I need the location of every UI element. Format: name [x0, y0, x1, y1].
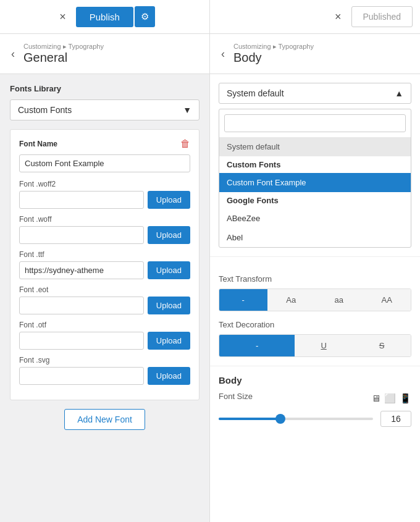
transform-none-button[interactable]: - — [219, 289, 267, 311]
transform-capitalize-button[interactable]: Aa — [267, 289, 316, 311]
top-bar-right: × Published — [210, 0, 420, 33]
breadcrumb-path-left: Customizing ▸ Typography — [23, 43, 104, 51]
breadcrumb-path-right: Customizing ▸ Typography — [233, 43, 314, 51]
font-otf-label: Font .otf — [19, 321, 190, 329]
desktop-icon[interactable]: 🖥 — [371, 393, 380, 404]
font-card: Font Name 🗑 Font .woff2 Upload Font .wof… — [10, 129, 200, 400]
font-woff-input[interactable] — [19, 226, 144, 244]
font-svg-input[interactable] — [19, 367, 144, 385]
font-name-label: Font Name — [19, 140, 57, 148]
published-button: Published — [351, 6, 413, 27]
font-eot-group: Font .eot Upload — [19, 285, 190, 314]
font-size-value[interactable]: 16 — [380, 411, 411, 427]
font-woff-group: Font .woff Upload — [19, 215, 190, 244]
close-button-left[interactable]: × — [54, 8, 71, 26]
main-content: Fonts Library Custom Fonts ▼ Font Name 🗑… — [0, 74, 420, 522]
top-bar-left: × Publish ⚙ — [0, 0, 210, 33]
font-dropdown-container: System default Custom Fonts Custom Font … — [219, 109, 411, 248]
system-default-dropdown[interactable]: System default ▲ — [219, 83, 411, 104]
font-size-slider-track[interactable] — [219, 418, 373, 420]
body-title: Body — [219, 375, 411, 385]
font-svg-label: Font .svg — [19, 356, 190, 364]
right-panel: System default ▲ System default Custom F… — [210, 74, 420, 522]
font-eot-input[interactable] — [19, 297, 144, 314]
font-name-input[interactable] — [19, 154, 190, 172]
font-otf-input[interactable] — [19, 332, 144, 350]
font-size-slider-row: 16 — [219, 411, 411, 427]
font-woff2-input[interactable] — [19, 191, 144, 209]
slider-fill — [219, 418, 280, 420]
text-decoration-row: - U S — [219, 334, 411, 357]
custom-fonts-group-label: Custom Fonts — [219, 156, 411, 173]
breadcrumb-right: ‹ Customizing ▸ Typography Body — [210, 34, 420, 74]
slider-thumb[interactable] — [275, 414, 285, 424]
top-bar: × Publish ⚙ × Published — [0, 0, 420, 34]
tablet-icon[interactable]: ⬜ — [384, 393, 396, 404]
upload-svg-button[interactable]: Upload — [148, 367, 190, 385]
right-controls: Text Transform - Aa aa AA Text Decoratio… — [210, 257, 420, 366]
upload-woff2-button[interactable]: Upload — [148, 191, 190, 209]
decoration-none-button[interactable]: - — [219, 335, 295, 356]
text-transform-row: - Aa aa AA — [219, 288, 411, 311]
upload-woff-button[interactable]: Upload — [148, 226, 190, 244]
font-otf-group: Font .otf Upload — [19, 321, 190, 350]
publish-button[interactable]: Publish — [76, 7, 133, 27]
breadcrumb-text-left: Customizing ▸ Typography General — [23, 43, 104, 65]
breadcrumb-title-right: Body — [233, 51, 314, 65]
right-top: System default ▲ System default Custom F… — [210, 74, 420, 257]
google-fonts-group-label: Google Fonts — [219, 192, 411, 209]
transform-uppercase-button[interactable]: AA — [363, 289, 411, 311]
font-woff-label: Font .woff — [19, 215, 190, 224]
breadcrumb-left: ‹ Customizing ▸ Typography General — [0, 34, 210, 74]
font-svg-group: Font .svg Upload — [19, 356, 190, 385]
font-ttf-label: Font .ttf — [19, 250, 190, 259]
chevron-down-icon: ▼ — [183, 105, 191, 115]
body-section: Body Font Size 🖥 ⬜ 📱 16 — [210, 366, 420, 436]
gear-button[interactable]: ⚙ — [135, 6, 155, 27]
add-new-font-button[interactable]: Add New Font — [64, 409, 145, 430]
fonts-dropdown-label: Custom Fonts — [18, 105, 72, 115]
back-arrow-right[interactable]: ‹ — [219, 48, 227, 61]
font-woff2-group: Font .woff2 Upload — [19, 180, 190, 209]
abeezee-option[interactable]: ABeeZee — [219, 209, 411, 228]
upload-ttf-button[interactable]: Upload — [148, 261, 190, 279]
upload-otf-button[interactable]: Upload — [148, 332, 190, 350]
delete-icon[interactable]: 🗑 — [180, 138, 190, 149]
system-default-option[interactable]: System default — [219, 137, 411, 156]
text-transform-label: Text Transform — [219, 274, 411, 284]
text-decoration-label: Text Decoration — [219, 320, 411, 329]
font-eot-label: Font .eot — [19, 285, 190, 294]
decoration-strikethrough-button[interactable]: S — [353, 335, 411, 356]
font-woff2-label: Font .woff2 — [19, 180, 190, 188]
upload-eot-button[interactable]: Upload — [148, 297, 190, 314]
device-icons: 🖥 ⬜ 📱 — [371, 393, 411, 404]
font-size-label: Font Size — [219, 392, 253, 401]
mobile-icon[interactable]: 📱 — [400, 393, 411, 404]
close-button-right[interactable]: × — [330, 8, 346, 26]
font-ttf-input[interactable] — [19, 261, 144, 279]
chevron-up-icon: ▲ — [395, 88, 403, 98]
left-panel: Fonts Library Custom Fonts ▼ Font Name 🗑… — [0, 74, 210, 522]
font-card-header: Font Name 🗑 — [19, 138, 190, 149]
abel-option[interactable]: Abel — [219, 228, 411, 247]
breadcrumb-text-right: Customizing ▸ Typography Body — [233, 43, 314, 65]
back-arrow-left[interactable]: ‹ — [9, 48, 17, 61]
font-search-input[interactable] — [224, 114, 406, 132]
transform-lowercase-button[interactable]: aa — [315, 289, 363, 311]
fonts-library-label: Fonts Library — [10, 84, 200, 93]
system-default-label: System default — [227, 88, 284, 98]
breadcrumb-title-left: General — [23, 51, 104, 65]
font-ttf-group: Font .ttf Upload — [19, 250, 190, 279]
custom-font-example-option[interactable]: Custom Font Example — [219, 173, 411, 192]
breadcrumb-bar: ‹ Customizing ▸ Typography General ‹ Cus… — [0, 34, 420, 74]
decoration-underline-button[interactable]: U — [295, 335, 353, 356]
fonts-dropdown[interactable]: Custom Fonts ▼ — [10, 99, 200, 120]
